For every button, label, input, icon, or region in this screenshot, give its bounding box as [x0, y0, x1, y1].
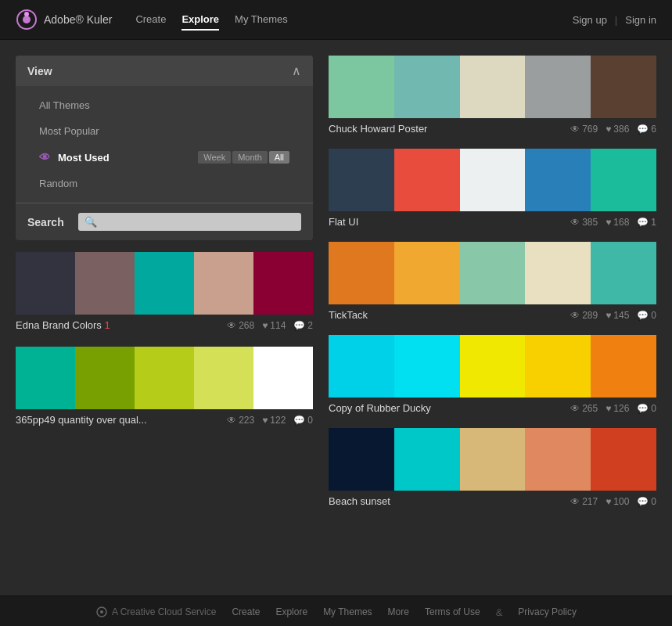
color-swatch-1: [329, 149, 394, 211]
365-comments: 💬 0: [293, 415, 313, 426]
theme-card-rubber-ducky: Copy of Rubber Ducky 👁 265 ♥ 126 💬 0: [329, 335, 656, 414]
footer-explore[interactable]: Explore: [275, 606, 307, 617]
color-swatch-3: [460, 335, 526, 398]
color-swatch-2: [394, 149, 460, 211]
chuck-strip[interactable]: [329, 56, 656, 118]
ticktack-name: TickTack: [329, 309, 570, 321]
nav-my-themes[interactable]: My Themes: [235, 9, 288, 31]
color-swatch-1: [329, 56, 394, 118]
svg-point-2: [24, 12, 29, 16]
color-swatch-5: [253, 252, 313, 315]
comment-icon: 💬: [637, 310, 649, 321]
svg-point-1: [23, 16, 31, 23]
chuck-name: Chuck Howard Poster: [329, 123, 570, 135]
chuck-meta: Chuck Howard Poster 👁 769 ♥ 386 💬 6: [329, 118, 656, 135]
search-input[interactable]: [102, 217, 295, 228]
all-btn[interactable]: All: [269, 151, 289, 164]
365-likes: ♥ 122: [262, 415, 286, 426]
signin-link[interactable]: Sign in: [625, 14, 656, 26]
nav-create[interactable]: Create: [135, 9, 166, 31]
creative-cloud-icon: [95, 606, 108, 618]
view-title: View: [27, 65, 52, 77]
ticktack-strip[interactable]: [329, 242, 656, 304]
sidebar: View ∧ All Themes Most Popular 👁 Most Us…: [16, 56, 313, 580]
logo-text: Adobe® Kuler: [44, 13, 112, 26]
beach-sunset-strip[interactable]: [329, 428, 656, 491]
comment-icon: 💬: [637, 217, 649, 228]
footer-terms[interactable]: Terms of Use: [425, 606, 480, 617]
main-nav: Create Explore My Themes: [135, 9, 572, 31]
signup-link[interactable]: Sign up: [573, 14, 607, 26]
week-btn[interactable]: Week: [198, 151, 231, 164]
edna-color-strip[interactable]: [16, 252, 313, 315]
footer-ampersand: &: [496, 606, 503, 618]
sidebar-item-most-popular[interactable]: Most Popular: [16, 118, 313, 144]
month-btn[interactable]: Month: [232, 151, 268, 164]
eye-icon: 👁: [227, 320, 236, 331]
edna-comments: 💬 2: [293, 320, 313, 331]
search-label: Search: [27, 216, 66, 228]
color-swatch-2: [394, 56, 460, 118]
eye-icon: 👁: [570, 124, 580, 135]
color-swatch-4: [525, 242, 591, 304]
rubber-ducky-strip[interactable]: [329, 335, 656, 398]
beach-sunset-stats: 👁 217 ♥ 100 💬 0: [570, 496, 656, 507]
right-panel: Chuck Howard Poster 👁 769 ♥ 386 💬 6 Flat…: [329, 56, 656, 580]
sidebar-item-random[interactable]: Random: [16, 171, 313, 196]
color-swatch-1: [329, 242, 394, 304]
auth-divider: |: [615, 14, 617, 26]
color-swatch-3: [460, 428, 526, 491]
chuck-stats: 👁 769 ♥ 386 💬 6: [570, 124, 656, 135]
comment-icon: 💬: [293, 320, 305, 331]
collapse-icon[interactable]: ∧: [292, 63, 301, 78]
sidebar-item-all-themes[interactable]: All Themes: [16, 92, 313, 118]
365-color-strip[interactable]: [16, 347, 313, 409]
theme-card-beach-sunset: Beach sunset 👁 217 ♥ 100 💬 0: [329, 428, 656, 507]
color-swatch-1: [329, 335, 394, 398]
flatui-meta: Flat UI 👁 385 ♥ 168 💬 1: [329, 211, 656, 228]
365-name: 365pp49 quantity over qual...: [16, 414, 227, 426]
time-filter-group: Week Month All: [198, 151, 289, 164]
theme-card-chuck: Chuck Howard Poster 👁 769 ♥ 386 💬 6: [329, 56, 656, 135]
heart-icon: ♥: [262, 415, 268, 426]
eye-icon: 👁: [570, 310, 580, 321]
color-swatch-4: [525, 428, 591, 491]
random-label: Random: [39, 178, 77, 189]
nav-explore[interactable]: Explore: [181, 9, 219, 31]
color-swatch-3: [460, 242, 526, 304]
search-input-wrap: 🔍: [78, 213, 301, 231]
beach-sunset-meta: Beach sunset 👁 217 ♥ 100 💬 0: [329, 491, 656, 507]
color-swatch-2: [394, 335, 460, 398]
adobe-kuler-logo-icon: [16, 9, 38, 31]
flatui-stats: 👁 385 ♥ 168 💬 1: [570, 217, 656, 228]
theme-card-ticktack: TickTack 👁 289 ♥ 145 💬 0: [329, 242, 656, 321]
comment-icon: 💬: [637, 403, 649, 414]
main-content: View ∧ All Themes Most Popular 👁 Most Us…: [0, 40, 672, 595]
color-swatch-5: [253, 347, 313, 409]
rubber-ducky-name: Copy of Rubber Ducky: [329, 402, 570, 414]
footer-create[interactable]: Create: [232, 606, 260, 617]
flatui-strip[interactable]: [329, 149, 656, 211]
ticktack-meta: TickTack 👁 289 ♥ 145 💬 0: [329, 304, 656, 321]
color-swatch-3: [460, 149, 526, 211]
eye-icon: 👁: [570, 403, 580, 414]
all-themes-label: All Themes: [39, 99, 90, 111]
view-header: View ∧: [16, 56, 313, 86]
edna-name: Edna Brand Colors 1: [16, 319, 227, 331]
color-swatch-1: [329, 428, 394, 491]
color-swatch-4: [525, 335, 591, 398]
footer-more[interactable]: More: [388, 606, 409, 617]
theme-card-365: 365pp49 quantity over qual... 👁 223 ♥ 12…: [16, 347, 313, 426]
color-swatch-4: [194, 252, 253, 315]
sidebar-item-most-used[interactable]: 👁 Most Used Week Month All: [16, 144, 313, 171]
search-icon: 🔍: [84, 216, 97, 228]
theme-card-edna: Edna Brand Colors 1 👁 268 ♥ 114 💬 2: [16, 252, 313, 331]
color-swatch-5: [591, 428, 656, 491]
heart-icon: ♥: [606, 217, 611, 228]
365-meta: 365pp49 quantity over qual... 👁 223 ♥ 12…: [16, 409, 313, 426]
color-swatch-2: [394, 428, 460, 491]
footer-privacy[interactable]: Privacy Policy: [518, 606, 577, 617]
search-row: Search 🔍: [16, 203, 313, 240]
view-panel: View ∧ All Themes Most Popular 👁 Most Us…: [16, 56, 313, 240]
footer-my-themes[interactable]: My Themes: [323, 606, 372, 617]
